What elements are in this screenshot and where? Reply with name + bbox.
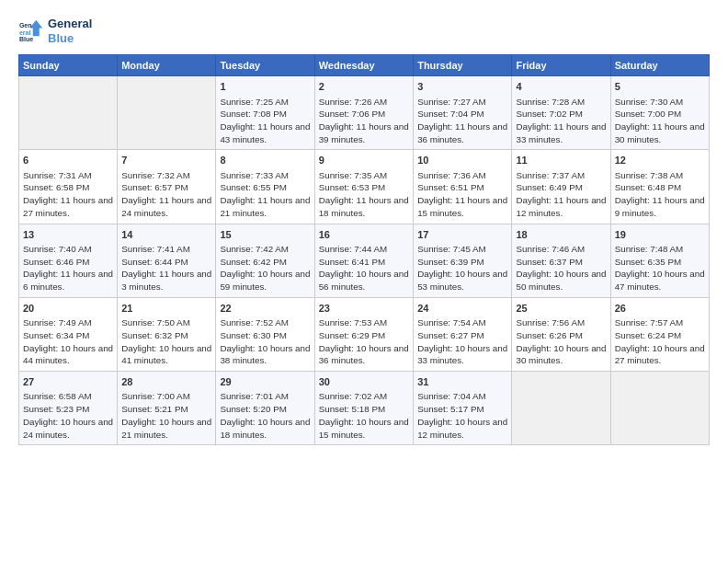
day-info: Sunrise: 7:40 AM Sunset: 6:46 PM Dayligh…: [23, 243, 113, 293]
day-info: Sunrise: 7:25 AM Sunset: 7:08 PM Dayligh…: [220, 96, 310, 146]
logo-blue: Blue: [48, 31, 92, 46]
day-cell: 22Sunrise: 7:52 AM Sunset: 6:30 PM Dayli…: [216, 297, 314, 371]
day-cell: 21Sunrise: 7:50 AM Sunset: 6:32 PM Dayli…: [118, 297, 216, 371]
day-cell: 26Sunrise: 7:57 AM Sunset: 6:24 PM Dayli…: [610, 297, 709, 371]
day-cell: 28Sunrise: 7:00 AM Sunset: 5:21 PM Dayli…: [118, 372, 216, 445]
day-number: 29: [220, 375, 310, 389]
day-number: 17: [417, 228, 507, 242]
day-cell: 27Sunrise: 6:58 AM Sunset: 5:23 PM Dayli…: [19, 372, 118, 445]
day-number: 7: [121, 154, 211, 167]
svg-text:Blue: Blue: [19, 36, 33, 42]
day-number: 28: [121, 375, 211, 389]
day-info: Sunrise: 7:32 AM Sunset: 6:57 PM Dayligh…: [121, 169, 211, 220]
logo-general: General: [48, 17, 92, 31]
day-info: Sunrise: 7:37 AM Sunset: 6:49 PM Dayligh…: [516, 169, 606, 220]
day-info: Sunrise: 7:28 AM Sunset: 7:02 PM Dayligh…: [516, 96, 606, 146]
day-info: Sunrise: 7:26 AM Sunset: 7:06 PM Dayligh…: [319, 96, 409, 146]
weekday-header-friday: Friday: [512, 55, 610, 76]
week-row-1: 1Sunrise: 7:25 AM Sunset: 7:08 PM Daylig…: [19, 76, 710, 150]
week-row-3: 13Sunrise: 7:40 AM Sunset: 6:46 PM Dayli…: [19, 224, 710, 297]
logo-text: General Blue: [48, 17, 92, 45]
day-cell: 5Sunrise: 7:30 AM Sunset: 7:00 PM Daylig…: [610, 76, 709, 150]
day-info: Sunrise: 7:00 AM Sunset: 5:21 PM Dayligh…: [121, 390, 211, 441]
weekday-header-wednesday: Wednesday: [314, 55, 413, 76]
day-info: Sunrise: 7:56 AM Sunset: 6:26 PM Dayligh…: [516, 316, 606, 367]
day-cell: 31Sunrise: 7:04 AM Sunset: 5:17 PM Dayli…: [414, 372, 512, 445]
day-number: 24: [417, 302, 507, 316]
day-number: 9: [319, 154, 409, 167]
day-cell: 4Sunrise: 7:28 AM Sunset: 7:02 PM Daylig…: [512, 76, 610, 150]
week-row-4: 20Sunrise: 7:49 AM Sunset: 6:34 PM Dayli…: [19, 297, 710, 371]
day-info: Sunrise: 7:41 AM Sunset: 6:44 PM Dayligh…: [121, 243, 211, 293]
day-info: Sunrise: 6:58 AM Sunset: 5:23 PM Dayligh…: [23, 390, 113, 441]
day-number: 14: [121, 228, 211, 242]
day-cell: 19Sunrise: 7:48 AM Sunset: 6:35 PM Dayli…: [610, 224, 709, 297]
day-info: Sunrise: 7:53 AM Sunset: 6:29 PM Dayligh…: [319, 316, 409, 367]
logo: Gen eral Blue General Blue: [18, 17, 92, 45]
calendar-body: 1Sunrise: 7:25 AM Sunset: 7:08 PM Daylig…: [19, 76, 710, 445]
day-info: Sunrise: 7:46 AM Sunset: 6:37 PM Dayligh…: [516, 243, 606, 293]
weekday-header-tuesday: Tuesday: [216, 55, 314, 76]
day-number: 10: [417, 154, 507, 167]
svg-text:eral: eral: [19, 29, 31, 35]
day-info: Sunrise: 7:04 AM Sunset: 5:17 PM Dayligh…: [417, 390, 507, 441]
day-cell: 13Sunrise: 7:40 AM Sunset: 6:46 PM Dayli…: [19, 224, 118, 297]
day-number: 11: [516, 154, 606, 167]
day-info: Sunrise: 7:38 AM Sunset: 6:48 PM Dayligh…: [615, 169, 705, 220]
weekday-header-sunday: Sunday: [19, 55, 118, 76]
day-info: Sunrise: 7:33 AM Sunset: 6:55 PM Dayligh…: [220, 169, 310, 220]
day-number: 26: [615, 302, 705, 316]
day-number: 13: [23, 228, 113, 242]
day-number: 4: [516, 80, 606, 94]
day-cell: 15Sunrise: 7:42 AM Sunset: 6:42 PM Dayli…: [216, 224, 314, 297]
page: Gen eral Blue General Blue SundayMondayT…: [0, 0, 728, 563]
day-number: 27: [23, 375, 113, 389]
day-info: Sunrise: 7:52 AM Sunset: 6:30 PM Dayligh…: [220, 316, 310, 367]
day-number: 31: [417, 375, 507, 389]
day-cell: 30Sunrise: 7:02 AM Sunset: 5:18 PM Dayli…: [314, 372, 413, 445]
day-cell: 12Sunrise: 7:38 AM Sunset: 6:48 PM Dayli…: [610, 150, 709, 224]
day-number: 2: [319, 80, 409, 94]
day-cell: 14Sunrise: 7:41 AM Sunset: 6:44 PM Dayli…: [118, 224, 216, 297]
weekday-header-saturday: Saturday: [610, 55, 709, 76]
day-info: Sunrise: 7:35 AM Sunset: 6:53 PM Dayligh…: [319, 169, 409, 220]
day-info: Sunrise: 7:01 AM Sunset: 5:20 PM Dayligh…: [220, 390, 310, 441]
day-number: 8: [220, 154, 310, 167]
week-row-5: 27Sunrise: 6:58 AM Sunset: 5:23 PM Dayli…: [19, 372, 710, 445]
day-number: 6: [23, 154, 113, 167]
day-cell: 25Sunrise: 7:56 AM Sunset: 6:26 PM Dayli…: [512, 297, 610, 371]
day-cell: 10Sunrise: 7:36 AM Sunset: 6:51 PM Dayli…: [414, 150, 512, 224]
day-number: 30: [319, 375, 409, 389]
day-cell: 9Sunrise: 7:35 AM Sunset: 6:53 PM Daylig…: [314, 150, 413, 224]
day-info: Sunrise: 7:49 AM Sunset: 6:34 PM Dayligh…: [23, 316, 113, 367]
day-cell: [610, 372, 709, 445]
day-number: 22: [220, 302, 310, 316]
day-info: Sunrise: 7:57 AM Sunset: 6:24 PM Dayligh…: [615, 316, 705, 367]
day-cell: 6Sunrise: 7:31 AM Sunset: 6:58 PM Daylig…: [19, 150, 118, 224]
day-cell: 29Sunrise: 7:01 AM Sunset: 5:20 PM Dayli…: [216, 372, 314, 445]
day-cell: 23Sunrise: 7:53 AM Sunset: 6:29 PM Dayli…: [314, 297, 413, 371]
day-info: Sunrise: 7:02 AM Sunset: 5:18 PM Dayligh…: [319, 390, 409, 441]
day-cell: 20Sunrise: 7:49 AM Sunset: 6:34 PM Dayli…: [19, 297, 118, 371]
weekday-header-row: SundayMondayTuesdayWednesdayThursdayFrid…: [19, 55, 710, 76]
logo-icon: Gen eral Blue: [18, 18, 44, 44]
day-number: 16: [319, 228, 409, 242]
day-cell: 7Sunrise: 7:32 AM Sunset: 6:57 PM Daylig…: [118, 150, 216, 224]
day-cell: 18Sunrise: 7:46 AM Sunset: 6:37 PM Dayli…: [512, 224, 610, 297]
day-info: Sunrise: 7:44 AM Sunset: 6:41 PM Dayligh…: [319, 243, 409, 293]
day-cell: 3Sunrise: 7:27 AM Sunset: 7:04 PM Daylig…: [414, 76, 512, 150]
calendar: SundayMondayTuesdayWednesdayThursdayFrid…: [18, 54, 710, 445]
week-row-2: 6Sunrise: 7:31 AM Sunset: 6:58 PM Daylig…: [19, 150, 710, 224]
header: Gen eral Blue General Blue: [18, 17, 710, 45]
day-info: Sunrise: 7:45 AM Sunset: 6:39 PM Dayligh…: [417, 243, 507, 293]
svg-text:Gen: Gen: [19, 21, 32, 28]
day-number: 1: [220, 80, 310, 94]
day-number: 18: [516, 228, 606, 242]
day-info: Sunrise: 7:27 AM Sunset: 7:04 PM Dayligh…: [417, 96, 507, 146]
day-number: 12: [615, 154, 705, 167]
day-cell: [19, 76, 118, 150]
day-number: 20: [23, 302, 113, 316]
day-number: 23: [319, 302, 409, 316]
calendar-header: SundayMondayTuesdayWednesdayThursdayFrid…: [19, 55, 710, 76]
weekday-header-thursday: Thursday: [414, 55, 512, 76]
